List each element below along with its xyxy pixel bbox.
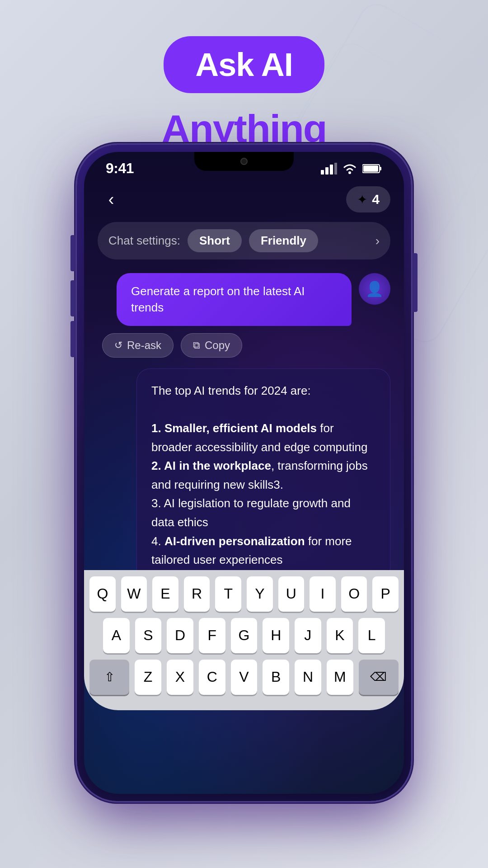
key-t[interactable]: T — [215, 576, 241, 612]
key-delete[interactable]: ⌫ — [359, 660, 399, 695]
copy-label-top: Copy — [205, 339, 230, 352]
badge-text: Ask AI — [195, 47, 292, 83]
key-m[interactable]: M — [327, 660, 353, 695]
credits-badge[interactable]: ✦ 4 — [346, 186, 390, 212]
key-n[interactable]: N — [295, 660, 321, 695]
user-message-row: Generate a report on the latest AI trend… — [98, 273, 390, 326]
key-v[interactable]: V — [231, 660, 258, 695]
key-k[interactable]: K — [327, 618, 353, 653]
settings-tag-short[interactable]: Short — [188, 229, 242, 252]
key-d[interactable]: D — [167, 618, 193, 653]
svg-rect-3 — [334, 163, 337, 175]
key-x[interactable]: X — [167, 660, 193, 695]
key-o[interactable]: O — [341, 576, 367, 612]
keyboard-row-2: A S D F G H J K L — [89, 618, 399, 653]
key-l[interactable]: L — [358, 618, 385, 653]
key-i[interactable]: I — [310, 576, 336, 612]
ai-item-4: 4. AI-driven personalization for more ta… — [151, 534, 352, 567]
svg-point-4 — [348, 171, 351, 174]
key-z[interactable]: Z — [135, 660, 161, 695]
battery-icon — [362, 164, 382, 174]
key-g[interactable]: G — [231, 618, 258, 653]
key-h[interactable]: H — [263, 618, 289, 653]
svg-rect-7 — [363, 165, 378, 172]
chat-settings-label: Chat settings: — [108, 234, 180, 248]
key-p[interactable]: P — [372, 576, 399, 612]
phone-screen: 9:41 — [84, 152, 404, 794]
status-icons — [321, 163, 382, 175]
settings-tag-friendly[interactable]: Friendly — [249, 229, 318, 252]
ai-intro: The top AI trends for 2024 are: — [151, 384, 311, 397]
reask-icon: ↺ — [114, 340, 122, 351]
keyboard: Q W E R T Y U I O P A S — [84, 570, 404, 710]
user-avatar: 👤 — [359, 273, 390, 305]
phone-outer-frame: 9:41 — [77, 145, 411, 801]
key-c[interactable]: C — [199, 660, 225, 695]
ai-item-2: 2. AI in the workplace, transforming job… — [151, 459, 368, 491]
key-q[interactable]: Q — [89, 576, 116, 612]
key-a[interactable]: A — [103, 618, 130, 653]
keyboard-row-3: ⇧ Z X C V B N M ⌫ — [89, 660, 399, 695]
key-e[interactable]: E — [152, 576, 178, 612]
header-area: Ask AI Anything — [0, 0, 488, 152]
key-r[interactable]: R — [184, 576, 210, 612]
phone-device: 9:41 — [77, 145, 411, 801]
user-message-text: Generate a report on the latest AI trend… — [131, 284, 305, 314]
camera-dot — [240, 158, 248, 165]
wifi-icon — [343, 163, 357, 175]
copy-button-top[interactable]: ⧉ Copy — [181, 333, 242, 358]
reask-label: Re-ask — [127, 339, 161, 352]
key-u[interactable]: U — [278, 576, 305, 612]
settings-chevron-icon[interactable]: › — [375, 234, 380, 248]
key-b[interactable]: B — [263, 660, 289, 695]
signal-icon — [321, 163, 337, 175]
key-j[interactable]: J — [295, 618, 321, 653]
back-arrow-icon: ‹ — [108, 190, 114, 209]
sparkle-icon: ✦ — [357, 192, 367, 207]
key-w[interactable]: W — [121, 576, 147, 612]
user-avatar-icon: 👤 — [366, 280, 384, 297]
keyboard-row-1: Q W E R T Y U I O P — [89, 576, 399, 612]
top-nav: ‹ ✦ 4 — [98, 181, 390, 222]
svg-rect-6 — [380, 167, 381, 170]
key-y[interactable]: Y — [247, 576, 273, 612]
key-shift[interactable]: ⇧ — [89, 660, 129, 695]
key-s[interactable]: S — [135, 618, 162, 653]
phone-notch — [194, 152, 294, 171]
svg-rect-0 — [321, 170, 324, 175]
user-message-bubble: Generate a report on the latest AI trend… — [117, 273, 352, 326]
key-f[interactable]: F — [199, 618, 225, 653]
svg-rect-1 — [325, 167, 328, 175]
chat-settings-bar[interactable]: Chat settings: Short Friendly › — [98, 222, 390, 259]
credits-count: 4 — [372, 192, 380, 207]
ai-item-3: 3. AI legislation to regulate growth and… — [151, 496, 351, 529]
reask-button[interactable]: ↺ Re-ask — [102, 333, 174, 358]
ask-ai-badge: Ask AI — [0, 36, 488, 101]
ai-item-1: 1. Smaller, efficient AI models for broa… — [151, 421, 367, 454]
svg-rect-2 — [330, 165, 333, 175]
copy-icon-top: ⧉ — [193, 340, 200, 351]
back-button[interactable]: ‹ — [98, 186, 125, 213]
status-time: 9:41 — [106, 160, 134, 177]
action-buttons-row: ↺ Re-ask ⧉ Copy — [98, 333, 390, 358]
